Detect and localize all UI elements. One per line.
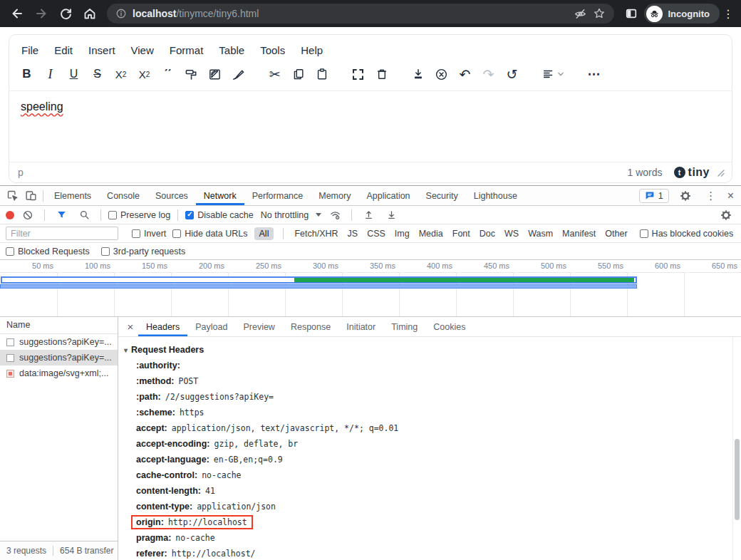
menu-file[interactable]: File [14, 41, 46, 59]
menu-view[interactable]: View [123, 41, 162, 59]
copy-icon[interactable] [286, 63, 310, 85]
superscript-icon[interactable]: X2 [133, 63, 156, 85]
devtools-tab-security[interactable]: Security [418, 186, 466, 205]
address-bar[interactable]: localhost/tinymce/tiny6.html [107, 4, 614, 24]
scrollbar-thumb[interactable] [735, 439, 740, 520]
misspelled-word[interactable]: speeling [21, 100, 63, 113]
devtools-settings-icon[interactable] [676, 187, 695, 204]
network-conditions-icon[interactable] [326, 207, 344, 224]
detail-tab-preview[interactable]: Preview [235, 317, 282, 336]
clear-network-log-icon[interactable] [19, 207, 37, 224]
third-party-requests-checkbox[interactable]: 3rd-party requests [101, 247, 185, 256]
request-row-selected[interactable]: suggestions?apiKey=... [0, 350, 118, 365]
filter-type-js[interactable]: JS [346, 227, 360, 240]
devtools-tab-elements[interactable]: Elements [46, 186, 99, 205]
filter-type-fetchxhr[interactable]: Fetch/XHR [293, 227, 339, 240]
invert-checkbox[interactable]: Invert [132, 229, 166, 239]
record-network-log-icon[interactable] [6, 211, 14, 219]
restore-draft-icon[interactable]: ↺ [500, 63, 524, 85]
cancel-icon[interactable] [430, 63, 453, 85]
request-row[interactable]: suggestions?apiKey=... [0, 334, 118, 350]
filter-type-other[interactable]: Other [603, 227, 628, 240]
filter-type-doc[interactable]: Doc [478, 227, 497, 240]
select-all-icon[interactable] [346, 63, 370, 85]
browser-menu-icon[interactable]: ⋮ [721, 7, 735, 21]
devtools-tab-memory[interactable]: Memory [311, 186, 358, 205]
cut-icon[interactable]: ✂ [263, 63, 286, 85]
devtools-tab-sources[interactable]: Sources [147, 186, 196, 205]
devtools-close-icon[interactable]: × [727, 190, 734, 202]
password-hidden-icon[interactable] [574, 7, 587, 21]
forward-icon[interactable] [30, 2, 53, 25]
export-download-icon[interactable] [406, 63, 430, 85]
site-info-icon[interactable] [115, 8, 127, 19]
network-settings-icon[interactable] [717, 207, 735, 224]
filter-type-font[interactable]: Font [451, 227, 472, 240]
inspect-element-icon[interactable] [3, 187, 21, 204]
more-toolbar-icon[interactable]: ⋯ [582, 63, 606, 85]
detail-tab-payload[interactable]: Payload [187, 317, 235, 336]
throttling-select[interactable]: No throttling [261, 210, 321, 220]
italic-icon[interactable]: I [38, 63, 62, 85]
device-toolbar-icon[interactable] [21, 187, 40, 204]
devtools-tab-lighthouse[interactable]: Lighthouse [466, 186, 525, 205]
blockquote-icon[interactable]: ” [156, 63, 180, 85]
filter-type-img[interactable]: Img [393, 227, 411, 240]
detail-scrollbar[interactable] [732, 337, 741, 560]
menu-edit[interactable]: Edit [46, 41, 81, 59]
detail-tab-cookies[interactable]: Cookies [425, 317, 473, 336]
side-panel-icon[interactable] [620, 2, 643, 25]
devtools-menu-icon[interactable]: ⋮ [702, 187, 720, 204]
menu-format[interactable]: Format [162, 41, 212, 59]
redo-icon[interactable]: ↷ [477, 63, 500, 85]
request-headers-section[interactable]: ▾ Request Headers [124, 342, 732, 358]
request-row[interactable]: data:image/svg+xml;... [0, 365, 118, 381]
home-icon[interactable] [78, 2, 101, 25]
bold-icon[interactable]: B [15, 63, 38, 85]
menu-help[interactable]: Help [293, 41, 331, 59]
element-path[interactable]: p [18, 167, 24, 178]
image-options-icon[interactable] [203, 63, 227, 85]
menu-insert[interactable]: Insert [81, 41, 123, 59]
incognito-chip[interactable]: Incognito [644, 4, 720, 24]
align-dropdown-icon[interactable] [537, 63, 569, 85]
detail-tab-timing[interactable]: Timing [383, 317, 425, 336]
devtools-tab-performance[interactable]: Performance [244, 186, 311, 205]
name-column-header[interactable]: Name [0, 317, 118, 334]
detail-tab-response[interactable]: Response [283, 317, 338, 336]
filter-type-all[interactable]: All [254, 227, 274, 240]
has-blocked-cookies-checkbox[interactable]: Has blocked cookies [640, 229, 734, 239]
highlight-brush-icon[interactable] [227, 63, 250, 85]
bookmark-star-icon[interactable] [593, 7, 606, 20]
menu-tools[interactable]: Tools [252, 41, 293, 59]
filter-type-media[interactable]: Media [418, 227, 445, 240]
strikethrough-icon[interactable]: S [86, 63, 109, 85]
back-icon[interactable] [6, 2, 28, 25]
devtools-tab-network[interactable]: Network [196, 186, 244, 205]
resize-handle-icon[interactable] [717, 169, 725, 177]
filter-type-manifest[interactable]: Manifest [561, 227, 597, 240]
devtools-tab-console[interactable]: Console [99, 186, 147, 205]
tiny-brand[interactable]: t tiny [674, 166, 710, 179]
network-overview-timeline[interactable]: 50 ms 100 ms 150 ms 200 ms 250 ms 300 ms… [0, 260, 741, 317]
paste-icon[interactable] [310, 63, 333, 85]
word-count[interactable]: 1 words [628, 167, 663, 178]
format-painter-icon[interactable] [180, 63, 203, 85]
filter-type-wasm[interactable]: Wasm [527, 227, 554, 240]
import-har-icon[interactable] [359, 207, 378, 224]
preserve-log-checkbox[interactable]: Preserve log [108, 210, 170, 220]
delete-icon[interactable] [370, 63, 393, 85]
editor-content[interactable]: speeling [9, 91, 732, 162]
menu-table[interactable]: Table [211, 41, 252, 59]
underline-icon[interactable]: U [62, 63, 86, 85]
subscript-icon[interactable]: X2 [109, 63, 133, 85]
close-detail-icon[interactable]: × [123, 321, 138, 333]
devtools-tab-application[interactable]: Application [358, 186, 418, 205]
detail-tab-headers[interactable]: Headers [138, 317, 187, 336]
issues-badge[interactable]: 1 [639, 189, 669, 203]
hide-data-urls-checkbox[interactable]: Hide data URLs [172, 229, 247, 239]
search-icon[interactable] [75, 207, 93, 224]
undo-icon[interactable]: ↶ [453, 63, 477, 85]
blocked-requests-checkbox[interactable]: Blocked Requests [6, 247, 90, 256]
filter-type-ws[interactable]: WS [503, 227, 520, 240]
